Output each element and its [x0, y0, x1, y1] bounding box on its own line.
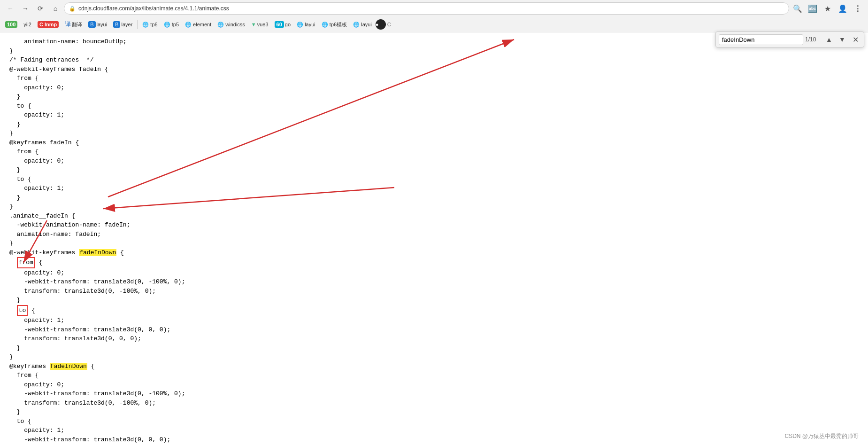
find-count: 1/10	[805, 36, 822, 43]
find-bar: 1/10 ▲ ▼ ✕	[715, 31, 864, 47]
badge-go: 60	[275, 21, 284, 28]
toolbar-btn-translate[interactable]: 译 翻译	[62, 19, 84, 30]
url-text: cdnjs.cloudflare.com/ajax/libs/animate.c…	[78, 5, 229, 12]
line-6: from {	[9, 74, 859, 83]
line-31: from {	[9, 257, 859, 268]
account-button[interactable]: 👤	[836, 2, 849, 15]
forward-button[interactable]: →	[19, 2, 32, 15]
line-8: }	[9, 92, 859, 102]
line-22: }	[9, 193, 859, 203]
more-button[interactable]: ⋮	[851, 2, 864, 15]
toolbar-btn-tp6template[interactable]: 🌐 tp6模板	[319, 20, 349, 29]
toolbar-btn-vue3[interactable]: ▼ vue3	[249, 21, 271, 28]
line-2: }	[9, 47, 859, 56]
toolbar-btn-layer[interactable]: B layer	[111, 20, 135, 29]
toolbar-btn-yii2[interactable]: yii2	[21, 21, 34, 28]
line-12: }	[9, 120, 859, 129]
line-47: -webkit-transform: translate3d(0, -100%,…	[9, 389, 859, 399]
line-40: transform: translate3d(0, 0, 0);	[9, 334, 859, 344]
line-48: transform: translate3d(0, -100%, 0);	[9, 399, 859, 408]
toolbar-btn-dark[interactable]: ●	[376, 19, 386, 30]
back-button[interactable]: ←	[4, 2, 17, 15]
line-4: /* Fading entrances */	[9, 55, 859, 65]
toolbar-btn-tp6[interactable]: 🌐 tp6	[140, 21, 160, 29]
highlight-box-from: from	[17, 257, 35, 268]
badge-lnmp: C lnmp	[38, 21, 59, 28]
highlight-box-to: to	[17, 305, 28, 316]
find-input[interactable]	[719, 34, 803, 45]
badge-100: 100	[5, 21, 17, 28]
title-bar: ← → ⟳ ⌂ 🔒 cdnjs.cloudflare.com/ajax/libs…	[0, 0, 868, 17]
toolbar-btn-element[interactable]: 🌐 element	[183, 21, 214, 29]
find-next-button[interactable]: ▼	[837, 34, 848, 45]
toolbar-btn-layui1[interactable]: B layui	[86, 20, 109, 29]
badge-layui1: B	[88, 21, 95, 28]
browser-chrome: ← → ⟳ ⌂ 🔒 cdnjs.cloudflare.com/ajax/libs…	[0, 0, 868, 32]
toolbar-more: C	[387, 22, 391, 27]
address-bar[interactable]: 🔒 cdnjs.cloudflare.com/ajax/libs/animate…	[64, 2, 789, 15]
line-44: @keyframes fadeInDown {	[9, 362, 859, 371]
toolbar-btn-go[interactable]: 60 go	[272, 20, 293, 29]
vue-icon: ▼	[251, 22, 256, 27]
line-18: }	[9, 165, 859, 175]
refresh-button[interactable]: ⟳	[34, 2, 47, 15]
line-51: to {	[9, 417, 859, 426]
line-13: }	[9, 129, 859, 138]
line-35: }	[9, 296, 859, 305]
sep1	[137, 20, 138, 29]
line-5: @-webkit-keyframes fadeIn {	[9, 65, 859, 74]
line-41: }	[9, 344, 859, 353]
badge-layer: B	[113, 21, 120, 28]
line-20: to {	[9, 175, 859, 184]
code-block: animation-name: bounceOutUp; } /* Fading…	[9, 37, 859, 444]
line-34: transform: translate3d(0, -100%, 0);	[9, 287, 859, 296]
line-38: opacity: 1;	[9, 316, 859, 325]
translate-button[interactable]: 🔤	[806, 2, 819, 15]
bookmark-button[interactable]: ★	[821, 2, 834, 15]
line-33: -webkit-transform: translate3d(0, -100%,…	[9, 277, 859, 287]
line-53: -webkit-transform: translate3d(0, 0, 0);	[9, 435, 859, 445]
toolbar-btn-layui3[interactable]: 🌐 layui	[351, 21, 374, 29]
toolbar-btn-lnmp[interactable]: C lnmp	[35, 20, 61, 29]
line-46: opacity: 0;	[9, 380, 859, 390]
home-button[interactable]: ⌂	[49, 2, 62, 15]
line-17: opacity: 0;	[9, 156, 859, 166]
toolbar-btn-layui2[interactable]: 🌐 layui	[294, 21, 318, 29]
line-7: opacity: 0;	[9, 83, 859, 93]
line-23: }	[9, 202, 859, 211]
toolbar-btn-100[interactable]: 100	[3, 20, 20, 29]
line-16: from {	[9, 147, 859, 156]
toolbar-btn-tp5[interactable]: 🌐 tp5	[161, 21, 181, 29]
line-15: @keyframes fadeIn {	[9, 138, 859, 148]
search-extension-button[interactable]: 🔍	[791, 2, 804, 15]
highlight-fadeindown-1: fadeInDown	[79, 249, 116, 256]
watermark: CSDN @万猿丛中最秃的帅哥	[784, 432, 859, 440]
line-49: }	[9, 407, 859, 417]
lock-icon: 🔒	[69, 6, 76, 12]
line-25: .animate__fadeIn {	[9, 211, 859, 221]
line-30: @-webkit-keyframes fadeInDown {	[9, 248, 859, 258]
highlight-fadeindown-2: fadeInDown	[50, 363, 87, 370]
line-52: opacity: 1;	[9, 426, 859, 435]
translate-icon: 译	[65, 20, 71, 29]
line-10: to {	[9, 102, 859, 111]
bookmarks-toolbar: 100 yii2 C lnmp 译 翻译 B layui B layer 🌐 t…	[0, 17, 868, 32]
toolbar-btn-windicss[interactable]: 🌐 windicss	[215, 21, 247, 29]
find-close-button[interactable]: ✕	[850, 34, 861, 45]
line-28: }	[9, 239, 859, 248]
line-11: opacity: 1;	[9, 110, 859, 120]
content-area: animation-name: bounceOutUp; } /* Fading…	[0, 32, 868, 446]
line-42: }	[9, 352, 859, 362]
line-27: animation-name: fadeIn;	[9, 230, 859, 239]
line-37: to {	[9, 305, 859, 316]
line-26: -webkit-animation-name: fadeIn;	[9, 220, 859, 230]
find-prev-button[interactable]: ▲	[823, 34, 835, 45]
line-21: opacity: 1;	[9, 184, 859, 193]
line-45: from {	[9, 371, 859, 380]
line-32: opacity: 0;	[9, 268, 859, 278]
line-39: -webkit-transform: translate3d(0, 0, 0);	[9, 325, 859, 335]
